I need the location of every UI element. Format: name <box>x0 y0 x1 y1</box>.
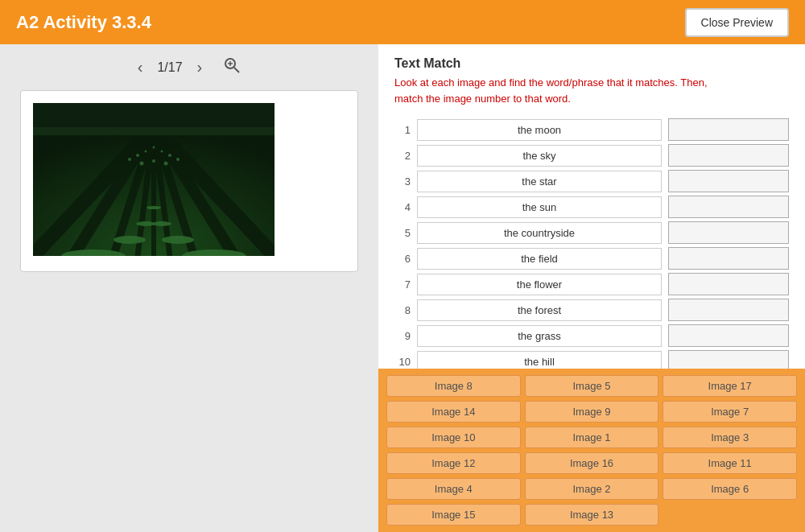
svg-point-29 <box>168 154 171 157</box>
row-number: 9 <box>394 330 417 342</box>
next-page-button[interactable]: › <box>191 54 209 80</box>
activity-instructions: Look at each image and find the word/phr… <box>394 75 789 106</box>
match-answer-input[interactable] <box>668 350 789 369</box>
list-item[interactable]: Image 9 <box>525 401 659 423</box>
svg-point-21 <box>152 221 171 226</box>
svg-point-22 <box>150 206 161 209</box>
page-indicator: 1/17 <box>157 60 182 75</box>
table-row: 8the forest <box>394 299 789 321</box>
list-item[interactable]: Image 2 <box>525 478 659 500</box>
instructions-line1: Look at each image and find the word/phr… <box>394 76 708 89</box>
match-answer-input[interactable] <box>668 118 789 141</box>
row-number: 8 <box>394 304 417 316</box>
app-header: A2 Activity 3.3.4 Close Preview <box>0 0 805 44</box>
list-item[interactable]: Image 17 <box>663 375 797 397</box>
list-item[interactable]: Image 12 <box>386 452 521 474</box>
svg-rect-24 <box>33 103 275 127</box>
table-row: 10the hill <box>394 350 789 369</box>
left-panel: ‹ 1/17 › <box>0 44 378 532</box>
match-word-label: the hill <box>417 351 662 369</box>
svg-point-27 <box>153 146 155 149</box>
table-row: 4the sun <box>394 196 789 218</box>
table-row: 6the field <box>394 247 789 270</box>
list-item[interactable]: Image 1 <box>525 427 659 448</box>
match-word-label: the forest <box>417 299 662 321</box>
activity-image <box>33 103 275 256</box>
table-row: 5the countryside <box>394 221 789 244</box>
main-content: ‹ 1/17 › <box>0 44 805 532</box>
table-row: 3the star <box>394 170 789 192</box>
list-item[interactable]: Image 13 <box>525 504 659 526</box>
right-panel: Text Match Look at each image and find t… <box>378 44 805 532</box>
match-list: 1the moon2the sky3the star4the sun5the c… <box>394 118 789 369</box>
instructions-line2: match the image number to that word. <box>394 93 571 105</box>
zoom-icon <box>223 56 241 74</box>
match-word-label: the moon <box>417 119 662 141</box>
close-preview-button[interactable]: Close Preview <box>685 8 789 37</box>
table-row: 1the moon <box>394 118 789 141</box>
svg-point-25 <box>136 154 139 157</box>
navigation-bar: ‹ 1/17 › <box>131 52 247 82</box>
list-item[interactable]: Image 16 <box>525 452 659 474</box>
match-answer-input[interactable] <box>668 247 789 270</box>
table-row: 7the flower <box>394 273 789 295</box>
list-item[interactable]: Image 8 <box>386 375 521 397</box>
match-answer-input[interactable] <box>668 273 789 295</box>
row-number: 1 <box>394 124 417 136</box>
table-row: 9the grass <box>394 324 789 347</box>
drag-items-area: Image 8Image 5Image 17Image 14Image 9Ima… <box>378 369 805 532</box>
match-word-label: the flower <box>417 274 662 295</box>
image-container <box>20 90 358 272</box>
list-item[interactable]: Image 14 <box>386 401 521 423</box>
list-item[interactable]: Image 15 <box>386 504 521 526</box>
match-word-label: the field <box>417 248 662 270</box>
row-number: 3 <box>394 175 417 188</box>
svg-point-32 <box>152 159 155 163</box>
match-answer-input[interactable] <box>668 299 789 321</box>
svg-point-33 <box>164 162 168 166</box>
match-answer-input[interactable] <box>668 170 789 192</box>
list-item[interactable]: Image 6 <box>663 478 797 500</box>
svg-point-34 <box>176 158 180 161</box>
match-word-label: the star <box>417 171 662 192</box>
match-answer-input[interactable] <box>668 324 789 347</box>
svg-line-1 <box>234 68 239 72</box>
match-word-label: the sun <box>417 196 662 218</box>
list-item[interactable]: Image 7 <box>663 401 797 423</box>
svg-point-26 <box>145 151 147 153</box>
row-number: 2 <box>394 150 417 162</box>
match-answer-input[interactable] <box>668 221 789 244</box>
row-number: 7 <box>394 278 417 291</box>
list-item[interactable]: Image 5 <box>525 375 659 397</box>
svg-point-31 <box>140 162 144 166</box>
app-title: A2 Activity 3.3.4 <box>16 12 151 33</box>
list-item[interactable]: Image 10 <box>386 427 521 448</box>
activity-title: Text Match <box>394 56 789 71</box>
row-number: 6 <box>394 253 417 265</box>
row-number: 4 <box>394 201 417 213</box>
list-item[interactable]: Image 3 <box>663 427 797 448</box>
svg-point-16 <box>114 236 146 244</box>
prev-page-button[interactable]: ‹ <box>131 54 150 80</box>
svg-point-30 <box>128 158 131 161</box>
list-item[interactable]: Image 11 <box>663 452 797 474</box>
content-scroll-area[interactable]: Text Match Look at each image and find t… <box>378 44 805 369</box>
match-answer-input[interactable] <box>668 196 789 218</box>
svg-point-20 <box>162 236 194 244</box>
row-number: 5 <box>394 227 417 239</box>
table-row: 2the sky <box>394 144 789 167</box>
svg-point-28 <box>161 151 163 153</box>
row-number: 10 <box>394 356 417 368</box>
match-word-label: the grass <box>417 325 662 347</box>
list-item[interactable]: Image 4 <box>386 478 521 500</box>
match-word-label: the countryside <box>417 222 662 244</box>
match-word-label: the sky <box>417 145 662 167</box>
match-answer-input[interactable] <box>668 144 789 167</box>
zoom-button[interactable] <box>217 52 247 82</box>
